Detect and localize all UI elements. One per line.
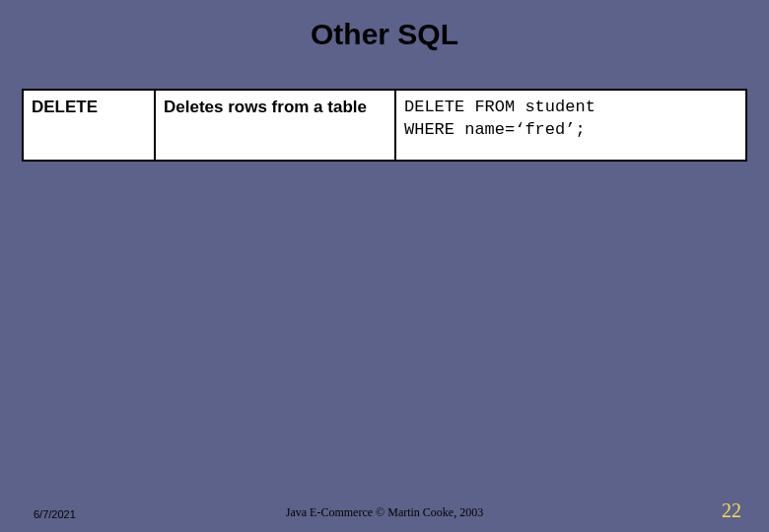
example-line-2: WHERE name=‘fred’; (404, 119, 737, 142)
table-row: DELETE Deletes rows from a table DELETE … (24, 91, 745, 160)
sql-table: DELETE Deletes rows from a table DELETE … (22, 89, 747, 162)
footer-page-number: 22 (722, 499, 741, 522)
example-line-1: DELETE FROM student (404, 97, 737, 119)
cell-example: DELETE FROM student WHERE name=‘fred’; (396, 91, 745, 160)
cell-keyword: DELETE (24, 91, 156, 160)
cell-description: Deletes rows from a table (156, 91, 396, 160)
slide-title: Other SQL (0, 18, 769, 51)
footer-copyright: Java E-Commerce © Martin Cooke, 2003 (0, 505, 769, 520)
